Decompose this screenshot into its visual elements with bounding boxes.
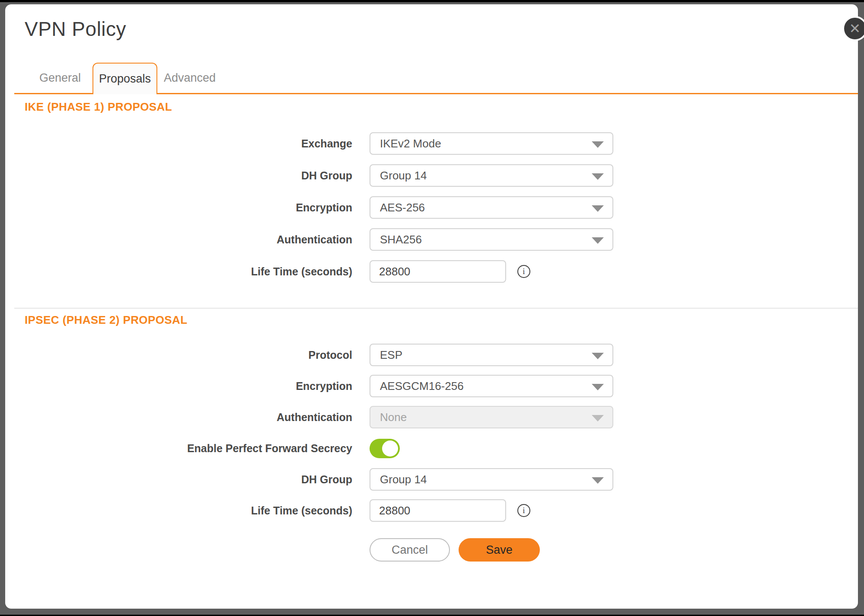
ipsec-encryption-row: Encryption AESGCM16-256 [25,370,844,402]
ike-authentication-select-value: SHA256 [380,233,422,246]
ipsec-authentication-select: None [370,406,613,428]
ipsec-authentication-select-value: None [380,411,407,424]
chevron-down-icon [592,141,604,148]
tab-advanced[interactable]: Advanced [157,63,222,93]
ipsec-encryption-label: Encryption [25,380,352,393]
save-button[interactable]: Save [459,538,540,562]
ike-encryption-select-value: AES-256 [380,201,425,214]
chevron-down-icon [592,477,604,484]
ike-encryption-label: Encryption [25,201,352,214]
ike-life-time-row: Life Time (seconds) i [25,255,844,287]
ipsec-authentication-row: Authentication None [25,402,844,433]
pfs-row: Enable Perfect Forward Secrecy [25,433,844,464]
ike-authentication-select[interactable]: SHA256 [370,228,613,251]
protocol-label: Protocol [25,349,352,361]
ipsec-life-time-label: Life Time (seconds) [25,504,352,517]
ike-life-time-label: Life Time (seconds) [25,265,352,278]
chevron-down-icon [592,384,604,390]
close-icon[interactable]: ✕ [842,16,864,41]
chevron-down-icon [592,415,604,421]
ipsec-life-time-row: Life Time (seconds) i [25,495,844,526]
protocol-select[interactable]: ESP [370,344,613,366]
chevron-down-icon [592,173,604,180]
tab-content: IKE (PHASE 1) PROPOSAL Exchange IKEv2 Mo… [5,100,858,562]
section-divider [14,308,858,309]
ike-dh-group-label: DH Group [25,169,352,182]
ipsec-section-heading: IPSEC (PHASE 2) PROPOSAL [25,313,844,326]
ike-life-time-input[interactable] [370,260,506,283]
ike-dh-group-row: DH Group Group 14 [25,160,844,192]
exchange-select[interactable]: IKEv2 Mode [370,132,613,155]
tab-proposals[interactable]: Proposals [92,63,157,94]
ipsec-authentication-label: Authentication [25,411,352,424]
ike-section-heading: IKE (PHASE 1) PROPOSAL [25,100,844,113]
exchange-select-value: IKEv2 Mode [380,137,441,150]
dialog-footer: Cancel Save [370,538,844,562]
ipsec-dh-group-label: DH Group [25,473,352,486]
ike-authentication-row: Authentication SHA256 [25,223,844,255]
ike-encryption-row: Encryption AES-256 [25,192,844,223]
tab-bar: General Proposals Advanced [14,63,858,94]
ipsec-dh-group-select-value: Group 14 [380,473,427,486]
vpn-policy-modal-screen: VPN Policy General Proposals Advanced IK… [0,0,864,616]
protocol-row: Protocol ESP [25,339,844,370]
chevron-down-icon [592,205,604,212]
ipsec-life-time-input[interactable] [370,499,506,522]
exchange-row: Exchange IKEv2 Mode [25,128,844,160]
pfs-toggle-knob [382,440,398,456]
ipsec-dh-group-select[interactable]: Group 14 [370,468,613,491]
pfs-toggle[interactable] [370,439,400,458]
exchange-label: Exchange [25,137,352,150]
ipsec-encryption-select[interactable]: AESGCM16-256 [370,375,613,397]
ike-dh-group-select[interactable]: Group 14 [370,164,613,187]
page-title: VPN Policy [25,16,858,41]
pfs-label: Enable Perfect Forward Secrecy [25,442,352,455]
chevron-down-icon [592,237,604,244]
tab-general[interactable]: General [28,63,92,93]
ipsec-section-rows: Protocol ESP Encryption AESGCM16-256 [25,339,844,526]
cancel-button[interactable]: Cancel [370,538,450,562]
ike-authentication-label: Authentication [25,233,352,246]
ipsec-dh-group-row: DH Group Group 14 [25,464,844,495]
vpn-policy-dialog: VPN Policy General Proposals Advanced IK… [5,4,858,609]
ike-section-rows: Exchange IKEv2 Mode DH Group Group 14 [25,128,844,287]
ike-encryption-select[interactable]: AES-256 [370,196,613,219]
chevron-down-icon [592,353,604,359]
ike-dh-group-select-value: Group 14 [380,169,427,182]
info-icon[interactable]: i [517,504,530,517]
protocol-select-value: ESP [380,348,402,362]
info-icon[interactable]: i [517,265,530,278]
ipsec-encryption-select-value: AESGCM16-256 [380,380,464,393]
